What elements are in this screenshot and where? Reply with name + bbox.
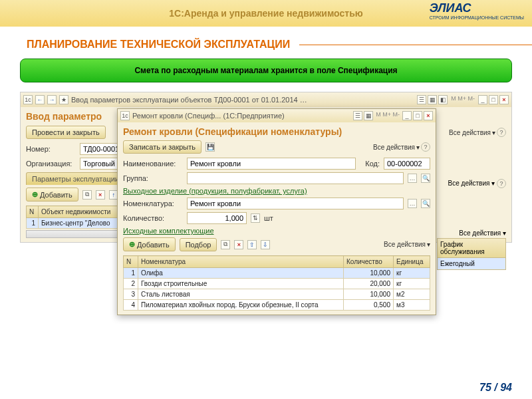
group-row: Группа: … 🔍 xyxy=(123,172,430,184)
qty-row: Количество: ⇅ шт xyxy=(123,212,430,224)
number-label: Номер: xyxy=(26,145,76,153)
comp-add-label: Добавить xyxy=(137,241,170,249)
col-object[interactable]: Объект недвижимости xyxy=(39,206,126,218)
dialog-heading: Ремонт кровли (Спецификации номенклатуры… xyxy=(123,126,430,137)
dlg-tool-2[interactable]: ▦ xyxy=(364,111,373,120)
tool-icon-3[interactable]: ◧ xyxy=(438,95,448,104)
group-open-icon[interactable]: 🔍 xyxy=(421,174,430,183)
memory-buttons[interactable]: M M+ M- xyxy=(449,95,477,104)
all-actions-link[interactable]: Все действия ▾ ? xyxy=(449,128,506,137)
table-row[interactable]: 2Гвозди строительные20,000кг xyxy=(124,279,430,289)
help-icon-2[interactable]: ? xyxy=(497,179,506,188)
col-n[interactable]: N xyxy=(27,206,39,218)
code-input[interactable] xyxy=(384,158,430,170)
right-column: Все действия ▾ ? Все действия ▾ График о… xyxy=(437,179,506,270)
right-all-actions[interactable]: Все действия ▾ ? xyxy=(437,179,506,188)
objects-table: N Объект недвижимости 1 Бизнес-центр "Де… xyxy=(26,205,126,229)
logo-subtitle: СТРОИМ ИНФОРМАЦИОННЫЕ СИСТЕМЫ xyxy=(430,15,524,20)
right-all-actions-2[interactable]: Все действия ▾ xyxy=(437,229,506,237)
nomen-lookup-icon[interactable]: … xyxy=(408,199,417,208)
app-icon: 1c xyxy=(23,95,33,104)
all-actions-label: Все действия xyxy=(449,129,491,136)
group-input[interactable] xyxy=(187,172,404,184)
group-label: Группа: xyxy=(123,174,183,182)
object-cell: Бизнес-центр "Делово xyxy=(39,218,126,229)
dlg-memory[interactable]: M M+ M- xyxy=(374,111,401,120)
app-window: 1c ← → ★ Ввод параметров эксплуатации об… xyxy=(20,92,512,243)
comp-add-button[interactable]: ⊕Добавить xyxy=(123,237,176,251)
name-row: Наименование: Код: xyxy=(123,158,430,170)
dialog-title: Ремонт кровли (Специф... (1С:Предприятие… xyxy=(132,112,285,120)
window-title: Ввод параметров эксплуатации объектов ТД… xyxy=(71,96,311,104)
plus-icon: ⊕ xyxy=(32,190,38,199)
qty-label: Количество: xyxy=(123,214,183,222)
save-icon[interactable]: 💾 xyxy=(205,142,215,152)
comp-copy-icon[interactable]: ⧉ xyxy=(221,240,230,249)
col-comp-nomen[interactable]: Номенклатура xyxy=(138,256,344,268)
h-scrollbar[interactable] xyxy=(26,230,126,238)
table-row[interactable]: 1Олифа10,000кг xyxy=(124,268,430,279)
qty-stepper-icon[interactable]: ⇅ xyxy=(251,213,260,223)
back-icon[interactable]: ← xyxy=(35,95,45,104)
nomen-input[interactable] xyxy=(187,198,404,209)
schedule-header[interactable]: График обслуживания xyxy=(437,238,506,258)
tool-icon-2[interactable]: ▦ xyxy=(428,95,437,104)
page-number: 75 / 94 xyxy=(479,382,512,394)
dlg-maximize-icon[interactable]: □ xyxy=(413,111,422,120)
col-comp-unit[interactable]: Единица xyxy=(394,256,430,268)
col-comp-qty[interactable]: Количество xyxy=(344,256,394,268)
table-row[interactable]: 4Пиломатериал хвойных пород. Бруски обре… xyxy=(124,300,430,311)
schedule-item[interactable]: Ежегодный xyxy=(437,258,506,270)
add-label: Добавить xyxy=(40,191,72,199)
spec-dialog: 1c Ремонт кровли (Специф... (1С:Предприя… xyxy=(117,108,436,315)
tab-params[interactable]: Параметры эксплуатации xyxy=(26,172,125,185)
dlg-minimize-icon[interactable]: _ xyxy=(402,111,412,120)
name-input[interactable] xyxy=(187,158,356,170)
dialog-body: Ремонт кровли (Спецификации номенклатуры… xyxy=(118,122,436,315)
nomen-open-icon[interactable]: 🔍 xyxy=(421,199,430,208)
components-table: N Номенклатура Количество Единица 1Олифа… xyxy=(123,255,430,311)
post-close-button[interactable]: Провести и закрыть xyxy=(26,126,106,139)
dlg-close-icon[interactable]: × xyxy=(424,111,433,120)
col-comp-n[interactable]: N xyxy=(124,256,138,268)
info-banner: Смета по расходным материалам хранится в… xyxy=(20,59,512,82)
add-button[interactable]: ⊕Добавить xyxy=(26,188,78,201)
dialog-app-icon: 1c xyxy=(120,111,130,120)
comp-all-actions[interactable]: Все действия ▾ xyxy=(384,241,430,248)
qty-input[interactable] xyxy=(187,212,247,224)
comp-down-icon[interactable]: ⇩ xyxy=(261,240,270,249)
comp-up-icon[interactable]: ⇧ xyxy=(247,240,257,249)
nomen-row: Номенклатура: … 🔍 xyxy=(123,198,430,209)
minimize-icon[interactable]: _ xyxy=(478,95,487,104)
save-close-button[interactable]: Записать и закрыть xyxy=(123,140,201,154)
output-section: Выходное изделие (продукция, полуфабрика… xyxy=(123,187,430,195)
components-toolbar: ⊕Добавить Подбор ⧉ × ⇧ ⇩ Все действия ▾ xyxy=(123,237,430,251)
forward-icon[interactable]: → xyxy=(47,95,57,104)
group-lookup-icon[interactable]: … xyxy=(408,174,417,183)
dlg-help-icon[interactable]: ? xyxy=(421,142,430,152)
nomen-label: Номенклатура: xyxy=(123,200,183,207)
favorite-icon[interactable]: ★ xyxy=(59,95,68,104)
dlg-tool-1[interactable]: ☰ xyxy=(353,111,362,120)
table-row[interactable]: 1 Бизнес-центр "Делово xyxy=(27,218,126,229)
qty-unit: шт xyxy=(264,214,273,222)
close-icon[interactable]: × xyxy=(499,95,509,104)
delete-icon[interactable]: × xyxy=(96,190,105,200)
dlg-all-actions[interactable]: Все действия ▾ ? xyxy=(373,142,430,152)
maximize-icon[interactable]: □ xyxy=(489,95,498,104)
table-row[interactable]: 3Сталь листовая10,000м2 xyxy=(124,289,430,300)
titlebar: 1c ← → ★ Ввод параметров эксплуатации об… xyxy=(21,92,511,107)
components-section: Исходные комплектующие xyxy=(123,227,430,235)
name-label: Наименование: xyxy=(123,160,183,168)
tool-icon-1[interactable]: ☰ xyxy=(417,95,426,104)
code-label: Код: xyxy=(360,160,380,168)
org-label: Организация: xyxy=(26,160,76,168)
plus-icon-2: ⊕ xyxy=(129,240,135,249)
dialog-toolbar: Записать и закрыть 💾 Все действия ▾ ? xyxy=(123,140,430,154)
slide-header: 1С:Аренда и управление недвижимостью ЭЛИ… xyxy=(0,0,532,27)
dialog-titlebar: 1c Ремонт кровли (Специф... (1С:Предприя… xyxy=(118,109,436,122)
copy-icon[interactable]: ⧉ xyxy=(82,190,92,200)
comp-delete-icon[interactable]: × xyxy=(234,240,243,249)
help-icon[interactable]: ? xyxy=(497,128,506,137)
pick-button[interactable]: Подбор xyxy=(180,238,217,251)
